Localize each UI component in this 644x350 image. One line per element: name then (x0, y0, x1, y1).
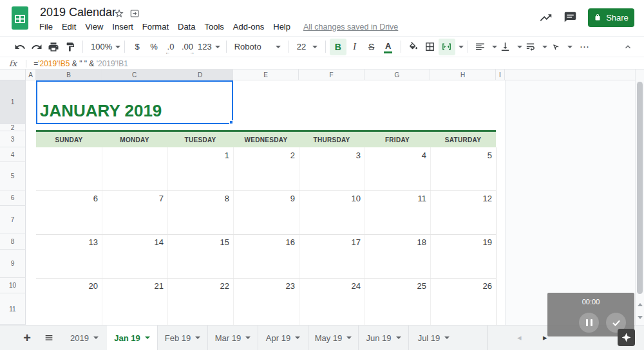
decrease-decimal-button[interactable]: .0← (162, 39, 179, 55)
calendar-day-cell[interactable]: 26 (430, 278, 496, 292)
sheet-tab-mar-19[interactable]: Mar 19 (207, 326, 258, 350)
column-header-I[interactable]: I (496, 69, 505, 80)
zoom-dropdown[interactable]: 100% (87, 39, 120, 55)
more-toolbar-button[interactable]: ⋯ (576, 39, 593, 55)
text-rotation-button[interactable] (547, 39, 564, 55)
menu-tools[interactable]: Tools (200, 20, 228, 33)
menu-addons[interactable]: Add-ons (229, 20, 269, 33)
text-color-button[interactable]: A (380, 39, 397, 55)
scroll-tabs-right-icon[interactable]: ▸ (543, 333, 547, 342)
calendar-day-cell[interactable]: 17 (299, 234, 365, 248)
star-icon[interactable] (114, 8, 124, 19)
menu-data[interactable]: Data (173, 20, 200, 33)
tab-dropdown-icon[interactable] (93, 336, 99, 339)
column-header-F[interactable]: F (299, 69, 365, 80)
calendar-day-cell[interactable] (36, 147, 102, 161)
formula-bar[interactable]: fx ='2019'!B5 & " " & '2019'!B1 (0, 58, 644, 69)
tab-dropdown-icon[interactable] (145, 336, 150, 339)
weekday-cell-sunday[interactable]: SUNDAY (36, 132, 102, 147)
calendar-day-cell[interactable]: 23 (233, 278, 299, 292)
calendar-day-cell[interactable]: 19 (430, 234, 496, 248)
vertical-align-dropdown-arrow[interactable] (517, 46, 522, 48)
sheet-tab-2019[interactable]: 2019 (62, 326, 107, 350)
tab-dropdown-icon[interactable] (245, 336, 251, 339)
column-header-D[interactable]: D (167, 69, 233, 80)
comment-icon[interactable] (564, 11, 577, 24)
save-status-link[interactable]: All changes saved in Drive (303, 23, 398, 32)
menu-insert[interactable]: Insert (108, 20, 138, 33)
select-all-corner[interactable] (0, 69, 26, 80)
scroll-up-arrow-icon[interactable] (638, 303, 643, 306)
calendar-day-cell[interactable]: 11 (365, 190, 430, 205)
calendar-day-cell[interactable]: 8 (167, 190, 233, 205)
calendar-day-cell[interactable]: 13 (36, 234, 102, 248)
horizontal-align-button[interactable] (472, 39, 489, 55)
weekday-cell-thursday[interactable]: THURSDAY (299, 132, 365, 147)
selected-cell-title[interactable]: JANUARY 2019 (36, 80, 233, 124)
row-header-1[interactable]: 1 (0, 80, 26, 124)
pause-recording-button[interactable] (579, 313, 599, 333)
calendar-day-cell[interactable]: 14 (102, 234, 167, 248)
horizontal-align-dropdown-arrow[interactable] (492, 46, 497, 48)
sheet-tab-apr-19[interactable]: Apr 19 (258, 326, 308, 350)
fill-handle[interactable] (229, 120, 233, 124)
bold-button[interactable]: B (330, 39, 346, 55)
italic-button[interactable]: I (346, 39, 363, 55)
calendar-day-cell[interactable] (102, 147, 167, 161)
move-to-folder-icon[interactable] (129, 8, 140, 19)
weekday-cell-tuesday[interactable]: TUESDAY (167, 132, 233, 147)
row-header-10[interactable]: 10 (0, 278, 26, 293)
print-button[interactable] (45, 39, 62, 55)
column-header-G[interactable]: G (365, 69, 430, 80)
calendar-day-cell[interactable]: 4 (365, 147, 430, 161)
fill-color-button[interactable] (405, 39, 422, 55)
strikethrough-button[interactable]: S (363, 39, 380, 55)
calendar-day-cell[interactable]: 12 (430, 190, 496, 205)
calendar-day-cell[interactable]: 1 (167, 147, 233, 161)
sheet-tab-jan-19-active[interactable]: Jan 19 (107, 326, 157, 350)
tab-dropdown-icon[interactable] (195, 336, 200, 339)
font-size-dropdown[interactable]: 22 (293, 39, 321, 55)
tab-dropdown-icon[interactable] (346, 336, 352, 339)
row-header-2[interactable]: 2 (0, 124, 26, 131)
calendar-day-cell[interactable]: 10 (299, 190, 365, 205)
recorder-extension-badge[interactable] (618, 329, 635, 346)
column-header-E[interactable]: E (233, 69, 299, 80)
column-header-H[interactable]: H (430, 69, 496, 80)
vertical-scrollbar[interactable] (635, 69, 644, 325)
number-format-dropdown[interactable]: 123 (196, 39, 222, 55)
row-header-3[interactable]: 3 (0, 131, 26, 147)
weekday-cell-wednesday[interactable]: WEDNESDAY (233, 132, 299, 147)
weekday-cell-monday[interactable]: MONDAY (102, 132, 167, 147)
calendar-day-cell[interactable]: 21 (102, 278, 167, 292)
row-header-9[interactable]: 9 (0, 250, 26, 278)
sheet-tab-jul-19[interactable]: Jul 19 (408, 326, 459, 350)
column-header-A[interactable]: A (26, 69, 36, 80)
menu-edit[interactable]: Edit (57, 20, 80, 33)
calendar-day-cell[interactable]: 7 (102, 190, 167, 205)
all-sheets-menu-icon[interactable] (40, 326, 58, 350)
share-button[interactable]: Share (588, 8, 634, 27)
tab-dropdown-icon[interactable] (396, 336, 401, 339)
tab-dropdown-icon[interactable] (444, 336, 450, 339)
row-header-7[interactable]: 7 (0, 206, 26, 234)
paint-format-button[interactable] (62, 39, 79, 55)
column-header-C[interactable]: C (102, 69, 167, 80)
calendar-day-cell[interactable]: 15 (167, 234, 233, 248)
weekday-cell-saturday[interactable]: SATURDAY (430, 132, 496, 147)
redo-button[interactable] (28, 39, 45, 55)
calendar-day-cell[interactable]: 6 (36, 190, 102, 205)
calendar-day-cell[interactable]: 22 (167, 278, 233, 292)
font-family-dropdown[interactable]: Roboto (231, 39, 285, 55)
collapse-toolbar-button[interactable] (620, 39, 636, 55)
text-wrap-button[interactable] (522, 39, 539, 55)
calendar-day-cell[interactable]: 3 (299, 147, 365, 161)
row-header-6[interactable]: 6 (0, 190, 26, 206)
scrollbar-thumb[interactable] (637, 82, 643, 294)
increase-decimal-button[interactable]: .00→ (179, 39, 196, 55)
calendar-day-cell[interactable]: 18 (365, 234, 430, 248)
sheet-tab-may-19[interactable]: May 19 (308, 326, 358, 350)
sheet-tab-feb-19[interactable]: Feb 19 (157, 326, 207, 350)
row-header-11[interactable]: 11 (0, 293, 26, 325)
calendar-day-cell[interactable]: 2 (233, 147, 299, 161)
